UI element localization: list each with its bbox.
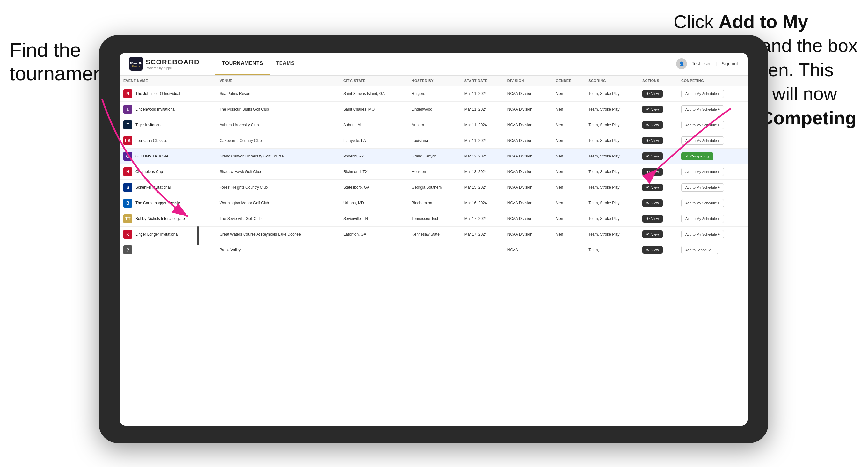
tab-teams[interactable]: TEAMS bbox=[270, 53, 301, 75]
nav-tabs: TOURNAMENTS TEAMS bbox=[216, 53, 676, 75]
start-date-cell bbox=[461, 242, 504, 258]
competing-cell: Add to My Schedule + bbox=[677, 86, 747, 102]
city-state-cell: Lafayette, LA bbox=[340, 133, 408, 149]
hosted-by-cell bbox=[408, 242, 460, 258]
gender-cell: Men bbox=[552, 149, 585, 164]
venue-cell: The Sevierville Golf Club bbox=[216, 211, 340, 227]
gender-cell: Men bbox=[552, 102, 585, 117]
event-name: The Carpetbagger Classic bbox=[135, 201, 180, 205]
actions-cell: 👁 View bbox=[639, 164, 677, 180]
add-to-schedule-button[interactable]: Add to My Schedule + bbox=[681, 199, 724, 207]
sign-out-button[interactable]: Sign out bbox=[722, 61, 738, 66]
tablet-screen: SCORE BOARD SCOREBOARD Powered by clippd… bbox=[120, 53, 747, 426]
add-to-schedule-button[interactable]: Add to My Schedule + bbox=[681, 183, 724, 192]
add-to-schedule-button[interactable]: Add to My Schedule + bbox=[681, 90, 724, 98]
event-name: Lindenwood Invitational bbox=[135, 107, 175, 112]
table-row: RThe Johnnie - O IndividualSea Palms Res… bbox=[120, 86, 747, 102]
logo-text-area: SCOREBOARD Powered by clippd bbox=[146, 58, 199, 70]
tablet-frame: SCORE BOARD SCOREBOARD Powered by clippd… bbox=[99, 35, 768, 443]
add-to-schedule-button[interactable]: Add to Schedule + bbox=[681, 246, 718, 254]
event-name-cell: LALouisiana Classics bbox=[120, 133, 216, 149]
venue-cell: Sea Palms Resort bbox=[216, 86, 340, 102]
logo-area: SCORE BOARD SCOREBOARD Powered by clippd bbox=[129, 57, 199, 71]
view-button[interactable]: 👁 View bbox=[642, 168, 663, 176]
event-name-cell: KLinger Longer Invitational bbox=[120, 227, 216, 242]
scoring-cell: Team, bbox=[585, 242, 639, 258]
event-name-cell: GGCU INVITATIONAL bbox=[120, 149, 216, 164]
table-row: BThe Carpetbagger ClassicWorthington Man… bbox=[120, 195, 747, 211]
add-to-schedule-button[interactable]: Add to My Schedule + bbox=[681, 168, 724, 176]
venue-cell: The Missouri Bluffs Golf Club bbox=[216, 102, 340, 117]
event-name: Tiger Invitational bbox=[135, 123, 163, 127]
add-to-schedule-button[interactable]: Add to My Schedule + bbox=[681, 105, 724, 114]
division-cell: NCAA Division I bbox=[504, 117, 552, 133]
scoring-cell: Team, Stroke Play bbox=[585, 149, 639, 164]
scoring-cell: Team, Stroke Play bbox=[585, 86, 639, 102]
view-button[interactable]: 👁 View bbox=[642, 199, 663, 207]
view-button[interactable]: 👁 View bbox=[642, 137, 663, 145]
eye-icon: 👁 bbox=[646, 139, 650, 143]
actions-cell: 👁 View bbox=[639, 227, 677, 242]
table-row: KLinger Longer InvitationalGreat Waters … bbox=[120, 227, 747, 242]
view-button[interactable]: 👁 View bbox=[642, 215, 663, 222]
view-button[interactable]: 👁 View bbox=[642, 152, 663, 160]
add-to-schedule-button[interactable]: Add to My Schedule + bbox=[681, 215, 724, 223]
event-name: Louisiana Classics bbox=[135, 138, 167, 143]
add-to-schedule-button[interactable]: Add to My Schedule + bbox=[681, 230, 724, 239]
scoring-cell: Team, Stroke Play bbox=[585, 227, 639, 242]
table-row: GGCU INVITATIONALGrand Canyon University… bbox=[120, 149, 747, 164]
table-row: HChampions CupShadow Hawk Golf ClubRichm… bbox=[120, 164, 747, 180]
competing-cell: Add to My Schedule + bbox=[677, 227, 747, 242]
gender-cell: Men bbox=[552, 195, 585, 211]
view-button[interactable]: 👁 View bbox=[642, 184, 663, 191]
table-row: TTBobby Nichols IntercollegiateThe Sevie… bbox=[120, 211, 747, 227]
team-logo: R bbox=[123, 89, 132, 98]
actions-cell: 👁 View bbox=[639, 180, 677, 195]
event-name-cell: SSchenkel Invitational bbox=[120, 180, 216, 195]
scoring-cell: Team, Stroke Play bbox=[585, 211, 639, 227]
view-button[interactable]: 👁 View bbox=[642, 121, 663, 129]
city-state-cell: Richmond, TX bbox=[340, 164, 408, 180]
view-button[interactable]: 👁 View bbox=[642, 246, 663, 254]
start-date-cell: Mar 11, 2024 bbox=[461, 86, 504, 102]
gender-cell: Men bbox=[552, 86, 585, 102]
table-row: SSchenkel InvitationalForest Heights Cou… bbox=[120, 180, 747, 195]
actions-cell: 👁 View bbox=[639, 211, 677, 227]
venue-cell: Oakbourne Country Club bbox=[216, 133, 340, 149]
team-logo: L bbox=[123, 105, 132, 114]
competing-cell: Add to My Schedule + bbox=[677, 164, 747, 180]
table-header-row: EVENT NAME VENUE CITY, STATE HOSTED BY S… bbox=[120, 75, 747, 86]
add-to-schedule-button[interactable]: Add to My Schedule + bbox=[681, 136, 724, 145]
col-start-date: START DATE bbox=[461, 75, 504, 86]
view-button[interactable]: 👁 View bbox=[642, 90, 663, 97]
event-name-cell: LLindenwood Invitational bbox=[120, 102, 216, 117]
hosted-by-cell: Lindenwood bbox=[408, 102, 460, 117]
eye-icon: 👁 bbox=[646, 248, 650, 252]
scoring-cell: Team, Stroke Play bbox=[585, 195, 639, 211]
start-date-cell: Mar 12, 2024 bbox=[461, 149, 504, 164]
eye-icon: 👁 bbox=[646, 107, 650, 111]
logo-subtitle: Powered by clippd bbox=[146, 66, 199, 70]
division-cell: NCAA Division I bbox=[504, 102, 552, 117]
competing-button[interactable]: ✓ Competing bbox=[681, 152, 713, 160]
col-actions: ACTIONS bbox=[639, 75, 677, 86]
hosted-by-cell: Louisiana bbox=[408, 133, 460, 149]
actions-cell: 👁 View bbox=[639, 86, 677, 102]
add-to-schedule-button[interactable]: Add to My Schedule + bbox=[681, 121, 724, 129]
table-row: LLindenwood InvitationalThe Missouri Blu… bbox=[120, 102, 747, 117]
event-name: GCU INVITATIONAL bbox=[135, 154, 170, 158]
col-division: DIVISION bbox=[504, 75, 552, 86]
tab-tournaments[interactable]: TOURNAMENTS bbox=[216, 53, 270, 75]
eye-icon: 👁 bbox=[646, 232, 650, 236]
view-button[interactable]: 👁 View bbox=[642, 105, 663, 113]
team-logo: LA bbox=[123, 136, 132, 145]
left-annotation: Find the tournament. bbox=[9, 38, 112, 86]
actions-cell: 👁 View bbox=[639, 149, 677, 164]
venue-cell: Grand Canyon University Golf Course bbox=[216, 149, 340, 164]
event-name-cell: RThe Johnnie - O Individual bbox=[120, 86, 216, 102]
division-cell: NCAA Division I bbox=[504, 86, 552, 102]
view-button[interactable]: 👁 View bbox=[642, 230, 663, 238]
table-row: ?Brook ValleyNCAATeam,👁 ViewAdd to Sched… bbox=[120, 242, 747, 258]
competing-cell: Add to My Schedule + bbox=[677, 133, 747, 149]
hosted-by-cell: Binghamton bbox=[408, 195, 460, 211]
